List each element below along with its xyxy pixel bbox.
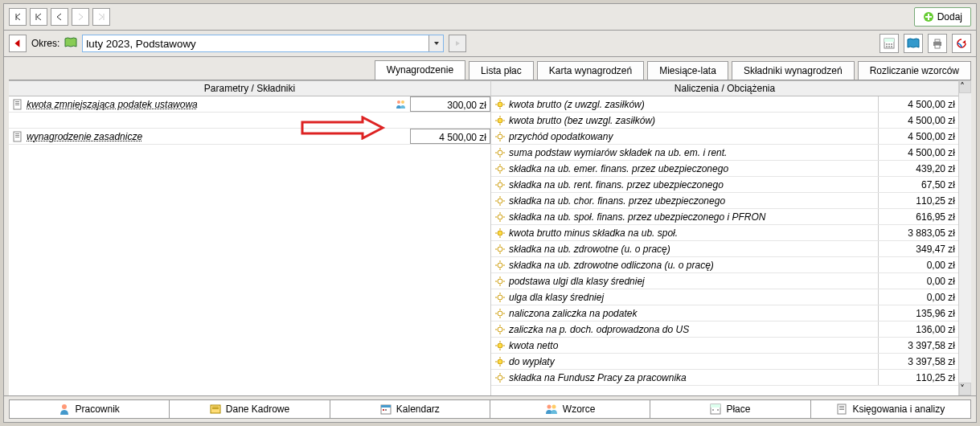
calc-row: składka na ub. rent. finans. przez ubezp… (491, 177, 958, 193)
people-icon (394, 97, 408, 112)
sun-icon (493, 274, 507, 289)
nav-scroll-outer[interactable] (9, 8, 27, 26)
calc-row: przychód opodatkowany4 500,00 zł (491, 129, 958, 145)
refresh-icon-button[interactable] (952, 34, 971, 53)
calc-label: kwota netto (509, 340, 878, 351)
svg-point-52 (498, 199, 502, 203)
bottom-kalendarz[interactable]: Kalendarz (330, 399, 490, 419)
svg-point-7 (888, 46, 890, 47)
tab-karta[interactable]: Karta wynagrodzeń (537, 61, 644, 80)
svg-point-67 (498, 247, 502, 252)
play-button (449, 35, 466, 52)
report-icon (836, 403, 847, 415)
calc-row: podstawa ulgi dla klasy średniej0,00 zł (491, 273, 958, 289)
tab-miesiace[interactable]: Miesiące-lata (647, 61, 728, 80)
folder-icon (210, 403, 221, 415)
svg-rect-127 (839, 406, 844, 407)
svg-point-42 (498, 166, 502, 171)
sun-icon (493, 290, 507, 305)
bottom-wzorce[interactable]: Wzorce (490, 399, 650, 419)
calc-row: składka na ub. zdrowotne odliczona (u. o… (491, 257, 958, 273)
svg-point-62 (498, 231, 502, 236)
calc-value: 4 500,00 zł (878, 145, 958, 160)
param-value[interactable]: 300,00 zł (410, 96, 490, 112)
scrollbar[interactable]: ˄˅ (958, 80, 971, 395)
calc-label: podstawa ulgi dla klasy średniej (509, 276, 878, 287)
svg-point-87 (498, 311, 502, 316)
bottom-place[interactable]: Płace (650, 399, 810, 419)
svg-point-82 (498, 295, 502, 300)
tab-lista-plac[interactable]: Lista płac (469, 61, 534, 80)
nav-first[interactable] (30, 8, 47, 26)
sun-icon (493, 306, 507, 321)
tab-skladniki[interactable]: Składniki wynagrodzeń (732, 61, 855, 80)
add-button[interactable]: Dodaj (914, 7, 971, 27)
svg-point-125 (717, 409, 719, 411)
svg-point-57 (498, 215, 502, 219)
svg-rect-115 (212, 408, 219, 409)
svg-point-5 (891, 43, 892, 45)
svg-point-17 (401, 100, 404, 104)
book-icon-button[interactable] (904, 34, 923, 53)
sun-icon (493, 226, 507, 240)
back-button[interactable] (9, 35, 27, 52)
bottom-dane[interactable]: Dane Kadrowe (169, 399, 330, 419)
calc-label: naliczona zaliczka na podatek (509, 308, 878, 319)
calc-value: 4 500,00 zł (878, 113, 958, 128)
calc-icon-button[interactable] (880, 34, 899, 53)
svg-point-32 (498, 134, 502, 139)
svg-point-6 (886, 46, 888, 47)
sun-icon (493, 371, 507, 385)
sun-icon (493, 242, 507, 256)
period-input[interactable] (82, 35, 444, 52)
bottom-ksiegowania[interactable]: Księgowania i analizy (810, 399, 971, 419)
calc-row: składka na Fundusz Pracy za pracownika11… (491, 370, 958, 386)
calc-row: składka na ub. społ. finans. przez ubezp… (491, 209, 958, 225)
sun-icon (493, 210, 507, 224)
period-dropdown[interactable] (428, 35, 443, 51)
header-right: Naliczenia / Obciążenia (491, 80, 958, 96)
calc-label: składka na ub. rent. finans. przez ubezp… (509, 179, 878, 190)
person-icon (59, 403, 70, 415)
param-value[interactable]: 4 500,00 zł (410, 129, 490, 144)
param-row[interactable]: wynagrodzenie zasadnicze4 500,00 zł (9, 129, 490, 145)
svg-point-16 (397, 100, 400, 104)
calc-icon (710, 403, 721, 415)
svg-rect-128 (839, 408, 844, 408)
calc-label: składka na ub. zdrowotne odliczona (u. o… (509, 260, 878, 271)
calc-row: kwota brutto (z uwzgl. zasiłków)4 500,00… (491, 96, 958, 113)
nav-prev[interactable] (51, 8, 68, 26)
print-icon-button[interactable] (928, 34, 947, 53)
calc-row: kwota brutto minus składka na ub. społ.3… (491, 225, 958, 241)
calc-row: ulga dla klasy średniej0,00 zł (491, 289, 958, 305)
svg-point-124 (712, 409, 714, 411)
svg-point-47 (498, 182, 502, 187)
sun-icon (493, 354, 507, 369)
svg-point-97 (498, 343, 502, 348)
calc-label: kwota brutto minus składka na ub. społ. (509, 227, 878, 239)
svg-point-22 (498, 102, 502, 107)
nav-last[interactable] (92, 8, 110, 26)
svg-point-121 (552, 405, 556, 409)
svg-rect-10 (935, 39, 940, 42)
calc-row: kwota brutto (bez uwzgl. zasiłków)4 500,… (491, 113, 958, 129)
tab-rozliczanie[interactable]: Rozliczanie wzorców (858, 61, 971, 80)
nav-next[interactable] (72, 8, 89, 26)
calc-row: składka na ub. zdrowotne (u. o pracę)349… (491, 241, 958, 257)
calc-value: 3 397,58 zł (878, 354, 958, 369)
calc-value: 135,96 zł (878, 305, 958, 321)
calc-label: składka na ub. społ. finans. przez ubezp… (509, 211, 878, 223)
svg-rect-11 (935, 45, 940, 48)
calc-label: kwota brutto (bez uwzgl. zasiłków) (509, 115, 878, 126)
svg-point-102 (498, 359, 502, 364)
calc-label: do wypłaty (509, 356, 878, 367)
bottom-pracownik[interactable]: Pracownik (9, 399, 170, 419)
calc-label: składka na Fundusz Pracy za pracownika (509, 372, 878, 383)
svg-rect-117 (381, 405, 391, 408)
param-label: wynagrodzenie zasadnicze (27, 131, 410, 142)
svg-rect-19 (15, 133, 19, 134)
param-row[interactable]: kwota zmniejszająca podatek ustawowa300,… (9, 96, 490, 113)
tab-wynagrodzenie[interactable]: Wynagrodzenie (375, 60, 465, 80)
add-label: Dodaj (937, 11, 962, 23)
svg-point-92 (498, 327, 502, 332)
